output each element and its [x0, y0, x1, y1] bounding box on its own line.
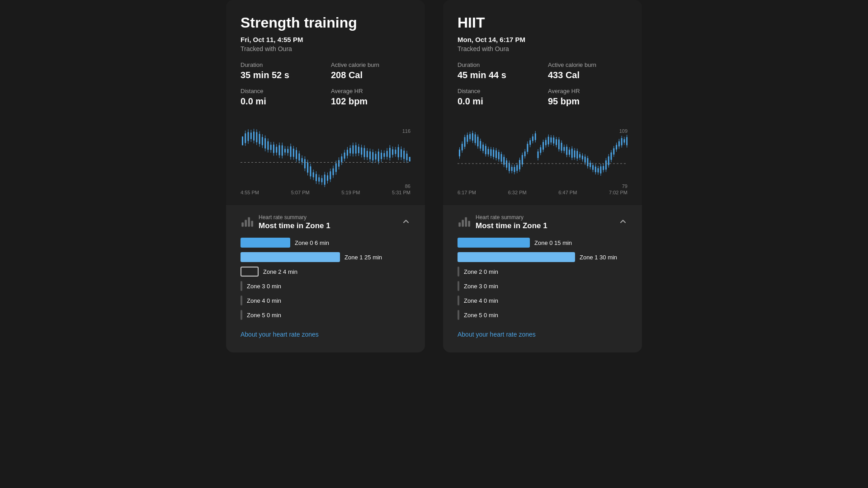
hr-summary-left: Heart rate summary Most time in Zone 1 [241, 214, 330, 230]
hr-summary-section: Heart rate summary Most time in Zone 1 Z… [443, 205, 642, 352]
svg-rect-0 [242, 136, 243, 145]
zone-bar-4 [241, 296, 242, 305]
stat-avg-hr: Average HR 102 bpm [331, 88, 410, 107]
zone-label-3: Zone 3 0 min [464, 283, 498, 290]
chart-time-0: 4:55 PM [241, 190, 259, 195]
zone-label-1: Zone 1 30 min [580, 254, 617, 261]
duration-value: 45 min 44 s [458, 70, 537, 80]
stats-grid: Duration 35 min 52 s Active calorie burn… [241, 61, 410, 107]
chevron-up-icon[interactable] [618, 217, 627, 228]
zone-label-0: Zone 0 15 min [534, 239, 572, 246]
avg-hr-value: 102 bpm [331, 96, 410, 107]
zone-row-3: Zone 3 0 min [458, 281, 627, 291]
avg-hr-label: Average HR [548, 88, 627, 94]
zone-bar-3 [241, 281, 242, 291]
chart-time-2: 5:19 PM [341, 190, 360, 195]
chart-time-labels: 6:17 PM6:32 PM6:47 PM7:02 PM [458, 190, 627, 195]
zone-label-3: Zone 3 0 min [247, 283, 281, 290]
zone-bars: Zone 0 6 min Zone 1 25 min Zone 2 4 min … [241, 238, 410, 320]
zone-row-5: Zone 5 0 min [458, 310, 627, 320]
chart-time-labels: 4:55 PM5:07 PM5:19 PM5:31 PM [241, 190, 410, 195]
zone-label-4: Zone 4 0 min [464, 297, 498, 304]
hr-summary-text: Heart rate summary Most time in Zone 1 [259, 214, 330, 230]
card-strength-training: Strength training Fri, Oct 11, 4:55 PM T… [226, 0, 425, 352]
chart-time-1: 6:32 PM [508, 190, 527, 195]
chart-time-3: 7:02 PM [609, 190, 627, 195]
chart-max-label: 116 [402, 128, 410, 134]
chart-time-0: 6:17 PM [458, 190, 476, 195]
card-date: Mon, Oct 14, 6:17 PM [458, 36, 627, 43]
duration-label: Duration [458, 61, 537, 68]
hr-summary-value: Most time in Zone 1 [259, 221, 330, 230]
zone-row-2: Zone 2 0 min [458, 267, 627, 277]
chart-min-label: 86 [405, 183, 410, 189]
calories-value: 208 Cal [331, 70, 410, 80]
svg-rect-119 [241, 222, 244, 226]
zone-label-2: Zone 2 0 min [464, 268, 498, 275]
zone-row-0: Zone 0 15 min [458, 238, 627, 248]
card-header: HIIT Mon, Oct 14, 6:17 PM Tracked with O… [443, 0, 642, 128]
chart-min-label: 79 [622, 183, 627, 189]
stat-duration: Duration 45 min 44 s [458, 61, 537, 80]
about-heart-rate-zones-link[interactable]: About your heart rate zones [458, 331, 536, 345]
zone-label-1: Zone 1 25 min [344, 254, 382, 261]
hr-summary-label: Heart rate summary [476, 214, 547, 221]
duration-value: 35 min 52 s [241, 70, 320, 80]
zone-bar-3 [458, 281, 459, 291]
card-date: Fri, Oct 11, 4:55 PM [241, 36, 410, 43]
chart-max-label: 109 [619, 128, 627, 134]
zone-bar-0 [241, 238, 290, 248]
zone-row-4: Zone 4 0 min [458, 296, 627, 305]
zone-label-4: Zone 4 0 min [247, 297, 281, 304]
card-title: HIIT [458, 14, 627, 31]
hr-summary-left: Heart rate summary Most time in Zone 1 [458, 214, 547, 230]
svg-rect-254 [458, 222, 461, 226]
stat-calories: Active calorie burn 208 Cal [331, 61, 410, 80]
svg-rect-256 [465, 217, 467, 227]
page-wrapper: Strength training Fri, Oct 11, 4:55 PM T… [0, 0, 868, 488]
card-header: Strength training Fri, Oct 11, 4:55 PM T… [226, 0, 425, 128]
zone-row-2: Zone 2 4 min [241, 267, 410, 277]
chevron-up-icon[interactable] [401, 217, 410, 228]
about-heart-rate-zones-link[interactable]: About your heart rate zones [241, 331, 319, 345]
zone-row-4: Zone 4 0 min [241, 296, 410, 305]
hr-summary-value: Most time in Zone 1 [476, 221, 547, 230]
chart-svg [241, 128, 410, 187]
hr-summary-text: Heart rate summary Most time in Zone 1 [476, 214, 547, 230]
zone-bar-2 [241, 267, 259, 277]
zone-row-3: Zone 3 0 min [241, 281, 410, 291]
avg-hr-label: Average HR [331, 88, 410, 94]
zone-bar-5 [458, 310, 459, 320]
svg-rect-121 [248, 217, 250, 227]
zone-row-5: Zone 5 0 min [241, 310, 410, 320]
zone-label-2: Zone 2 4 min [263, 268, 297, 275]
svg-rect-255 [462, 220, 464, 227]
stat-distance: Distance 0.0 mi [458, 88, 537, 107]
card-tracked: Tracked with Oura [458, 45, 627, 52]
distance-value: 0.0 mi [458, 96, 537, 107]
calories-label: Active calorie burn [548, 61, 627, 68]
calories-label: Active calorie burn [331, 61, 410, 68]
zone-row-0: Zone 0 6 min [241, 238, 410, 248]
hr-summary-label: Heart rate summary [259, 214, 330, 221]
distance-label: Distance [458, 88, 537, 94]
card-hiit: HIIT Mon, Oct 14, 6:17 PM Tracked with O… [443, 0, 642, 352]
distance-value: 0.0 mi [241, 96, 320, 107]
chart-area: 109 6:17 PM6:32 PM6:47 PM7:02 PM 79 [443, 128, 642, 205]
distance-label: Distance [241, 88, 320, 94]
chart-time-1: 5:07 PM [291, 190, 310, 195]
zone-bar-0 [458, 238, 530, 248]
svg-rect-120 [245, 220, 247, 227]
zone-bar-1 [458, 252, 575, 262]
zone-row-1: Zone 1 30 min [458, 252, 627, 262]
chart-time-3: 5:31 PM [392, 190, 410, 195]
hr-bar-icon [241, 215, 253, 230]
zone-bar-5 [241, 310, 242, 320]
stats-grid: Duration 45 min 44 s Active calorie burn… [458, 61, 627, 107]
zone-label-5: Zone 5 0 min [247, 312, 281, 319]
hr-summary-section: Heart rate summary Most time in Zone 1 Z… [226, 205, 425, 352]
hr-summary-header: Heart rate summary Most time in Zone 1 [241, 214, 410, 230]
card-title: Strength training [241, 14, 410, 31]
avg-hr-value: 95 bpm [548, 96, 627, 107]
chart-area: 116 4:55 PM5:07 PM5:19 PM5:31 PM 86 [226, 128, 425, 205]
